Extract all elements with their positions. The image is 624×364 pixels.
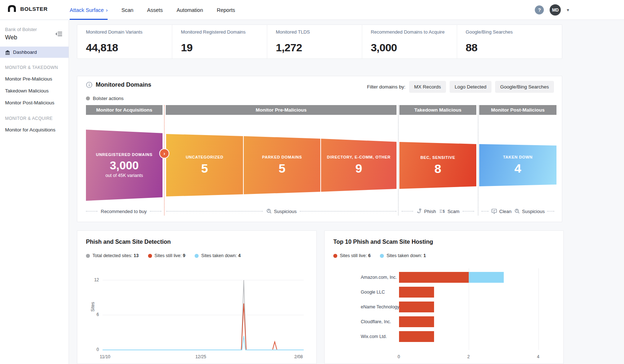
chevron-down-icon[interactable]: ▾ xyxy=(567,7,569,13)
sites-still-live-bar[interactable] xyxy=(399,272,469,283)
dotted-line xyxy=(402,211,413,212)
footer-takedown: Phish $ Scam xyxy=(399,208,476,215)
user-avatar[interactable]: MD xyxy=(550,4,561,16)
top-hosting-card: Top 10 Phish and Scam Site Hosting Sites… xyxy=(324,230,564,364)
stat-label: Monitored Domain Variants xyxy=(86,29,172,35)
stat-google-bing-searches: Google/Bing Searches 88 xyxy=(457,25,562,58)
legend-label: Sites taken down: 4 xyxy=(201,253,240,258)
nav-scan[interactable]: Scan xyxy=(121,0,133,20)
bar-category-label: Cloudflare, Inc. xyxy=(361,316,391,327)
footer-post-malicious: Clean Suspicious xyxy=(479,208,556,215)
sidebar-item-takedown-malicious[interactable]: Takedown Malicious xyxy=(0,85,69,97)
separator-acquisitions-premalicious xyxy=(164,105,165,215)
bar-category-label: Google LLC xyxy=(361,287,385,298)
bolster-actions-legend: Bolster actions xyxy=(86,96,124,101)
stat-value: 1,272 xyxy=(276,42,362,54)
scam-status: $ Scam xyxy=(439,208,459,214)
column-header-monitor-for-acquisitions: Monitor for Acquisitions xyxy=(86,105,162,115)
recommended-to-buy-label: Recommended to buy xyxy=(101,209,147,214)
segment-value: 3,000 xyxy=(110,159,139,172)
clean-status: Clean xyxy=(491,208,512,214)
scam-money-icon: $ xyxy=(439,208,445,214)
separator-premalicious-takedown xyxy=(398,105,399,215)
x-tick: 12/25 xyxy=(195,354,206,359)
stat-value: 3,000 xyxy=(371,42,457,54)
filter-google-bing-searches-button[interactable]: Google/Bing Searches xyxy=(495,81,554,93)
stats-summary-card: Monitored Domain Variants 44,818 Monitor… xyxy=(77,25,562,59)
funnel-segment-directory-ecomm-other[interactable]: DIRECTORY, E-COMM, OTHER 9 xyxy=(321,139,396,192)
dotted-line xyxy=(463,211,474,212)
legend-dot xyxy=(86,254,90,258)
funnel-segment-parked-domains[interactable]: PARKED DOMAINS 5 xyxy=(244,136,320,194)
legend-item[interactable]: Sites taken down: 4 xyxy=(195,253,240,258)
segment-label: UNREGISTERED DOMAINS xyxy=(96,152,152,157)
segment-label: PARKED DOMAINS xyxy=(262,155,302,159)
y-tick: 12 xyxy=(87,277,99,282)
sites-taken-down-bar[interactable] xyxy=(469,272,504,283)
suspicious-status: Suspicious xyxy=(266,208,297,214)
sidebar-item-label: Dashboard xyxy=(13,49,37,55)
stat-label: Monitored Registered Domains xyxy=(181,29,267,35)
stat-value: 44,818 xyxy=(86,42,172,54)
dotted-line xyxy=(150,211,161,212)
nav-right-controls: ? MD ▾ xyxy=(535,0,569,20)
footer-acquisitions: Recommended to buy xyxy=(86,208,162,215)
y-tick: 6 xyxy=(87,312,99,317)
phish-status: Phish xyxy=(416,208,436,214)
sidebar-collapse-button[interactable] xyxy=(56,31,63,38)
sidebar-item-monitor-pre-malicious[interactable]: Monitor Pre-Malicious xyxy=(0,73,69,85)
info-icon[interactable] xyxy=(86,82,92,88)
segment-label: TAKEN DOWN xyxy=(503,155,533,159)
nav-assets[interactable]: Assets xyxy=(147,0,163,20)
sites-taken-down-line xyxy=(103,336,304,350)
collapse-sidebar-icon xyxy=(56,31,63,37)
filter-mx-records-button[interactable]: MX Records xyxy=(409,81,446,93)
bar-category-label: Wix.com Ltd. xyxy=(361,331,387,342)
detection-chart-title: Phish and Scam Site Detection xyxy=(86,239,171,245)
segment-label: DIRECTORY, E-COMM, OTHER xyxy=(327,155,390,159)
legend-dot xyxy=(148,254,152,258)
phish-scam-detection-card: Phish and Scam Site Detection Total dete… xyxy=(77,230,317,364)
org-name: Bank of Bolster xyxy=(5,27,64,32)
sites-still-live-bar[interactable] xyxy=(399,331,434,342)
dotted-line xyxy=(547,211,554,212)
column-header-takedown-malicious: Takedown Malicious xyxy=(399,105,476,115)
bolster-logo-icon xyxy=(7,4,17,13)
funnel-segment-taken-down[interactable]: TAKEN DOWN 4 xyxy=(479,144,556,186)
funnel-segment-unregistered-domains[interactable]: UNREGISTERED DOMAINS 3,000 out of 45K va… xyxy=(86,130,162,201)
stat-monitored-registered-domains: Monitored Registered Domains 19 xyxy=(172,25,267,58)
column-header-monitor-post-malicious: Monitor Post-Malicious xyxy=(479,105,556,115)
segment-value: 9 xyxy=(355,161,362,176)
funnel-flow-arrow-badge[interactable]: › xyxy=(160,149,169,158)
sites-still-live-bar[interactable] xyxy=(399,287,434,298)
gridline xyxy=(538,268,539,350)
nav-automation[interactable]: Automation xyxy=(177,0,203,20)
brand: BOLSTER xyxy=(7,4,48,13)
y-tick: 0 xyxy=(87,347,99,352)
stat-value: 88 xyxy=(466,42,562,54)
dotted-line xyxy=(86,211,98,212)
sites-still-live-bar[interactable] xyxy=(399,302,434,312)
stat-label: Recommended Domains to Acquire xyxy=(371,29,457,35)
filter-row: Filter domains by: MX Records Logo Detec… xyxy=(367,81,554,93)
sidebar-item-dashboard[interactable]: Dashboard xyxy=(0,47,69,58)
nav-reports[interactable]: Reports xyxy=(217,0,235,20)
workspace-name: Web xyxy=(5,34,64,41)
funnel-segment-bec-sensitive[interactable]: BEC, SENSITIVE 8 xyxy=(399,142,476,189)
legend-label: Sites still live: 9 xyxy=(155,253,185,258)
stat-label: Google/Bing Searches xyxy=(466,29,562,35)
help-button[interactable]: ? xyxy=(535,5,544,14)
bar-category-label: Amazon.com, Inc. xyxy=(361,272,397,283)
sidebar-item-monitor-post-malicious[interactable]: Monitor Post-Malicious xyxy=(0,97,69,109)
sites-still-live-bar[interactable] xyxy=(399,316,434,327)
legend-item[interactable]: Total detected sites: 13 xyxy=(86,253,139,258)
legend-item[interactable]: Sites still live: 9 xyxy=(148,253,185,258)
sites-still-live-line xyxy=(103,303,304,350)
sidebar-item-monitor-for-acquisitions[interactable]: Monitor for Acquisitions xyxy=(0,124,69,136)
stat-label: Monitored TLDS xyxy=(276,29,362,35)
brand-name: BOLSTER xyxy=(20,6,48,12)
sidebar: Bank of Bolster Web Dashboard MONITOR & … xyxy=(0,20,69,364)
nav-attack-surface[interactable]: Attack Surface› xyxy=(70,0,108,20)
funnel-segment-uncategorized[interactable]: UNCATEGORIZED 5 xyxy=(166,134,243,196)
filter-logo-detected-button[interactable]: Logo Detected xyxy=(450,81,491,93)
